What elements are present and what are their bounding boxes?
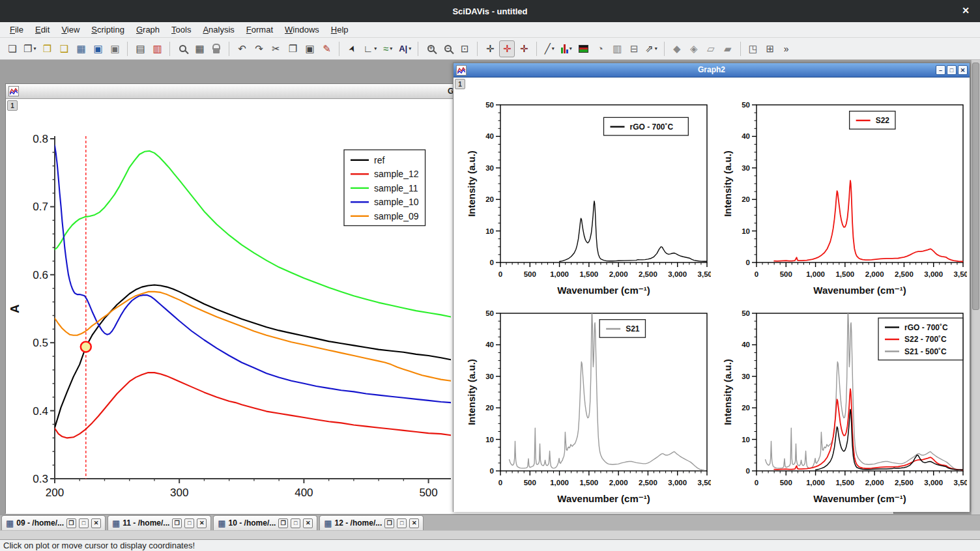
svg-text:200: 200	[46, 487, 64, 499]
svg-text:10: 10	[742, 436, 750, 444]
toolbar-zoom-out-button[interactable]: −	[440, 40, 455, 57]
raman-s22-chart[interactable]: 05001,0001,5002,0002,5003,0003,500010203…	[723, 100, 967, 299]
svg-text:20: 20	[742, 195, 750, 203]
tab-restore-button[interactable]: ❐	[278, 518, 288, 528]
menu-windows[interactable]: Windows	[279, 23, 325, 36]
tab-maximize-button[interactable]: □	[397, 518, 407, 528]
toolbar-copy-button[interactable]: ❐	[285, 40, 300, 57]
graph2-layer-button[interactable]: 1	[455, 79, 465, 89]
menu-help[interactable]: Help	[325, 23, 354, 36]
toolbar-trajectory-3d-button[interactable]: ▰	[720, 40, 736, 57]
minimized-table-tab-1[interactable]: ▦09 - /home/...❐□✕	[1, 515, 106, 530]
toolbar-scatter-3d-button[interactable]: ▱	[703, 40, 719, 57]
toolbar-plot-bars-button[interactable]: ▾	[558, 40, 574, 57]
toolbar-lock-toolbars-button[interactable]	[209, 40, 224, 57]
toolbar-paste-button[interactable]: ▣	[302, 40, 317, 57]
toolbar-add-text-button[interactable]: A|▾	[397, 40, 413, 57]
tab-restore-button[interactable]: ❐	[66, 518, 76, 528]
tab-close-button[interactable]: ✕	[303, 518, 313, 528]
toolbar-overflow-icon[interactable]: »	[784, 44, 789, 54]
svg-text:Wavenumber (cm⁻¹): Wavenumber (cm⁻¹)	[813, 493, 906, 504]
tab-restore-button[interactable]: ❐	[172, 518, 182, 528]
menu-graph[interactable]: Graph	[130, 23, 166, 36]
toolbar-add-column-button[interactable]: ⊞	[762, 40, 778, 57]
graph1-layer-button[interactable]: 1	[7, 100, 18, 111]
menu-scripting[interactable]: Scripting	[85, 23, 130, 36]
toolbar-rescale-to-show-all-button[interactable]: ⊡	[457, 40, 472, 57]
toolbar-new-project-button[interactable]: ❏	[5, 40, 20, 57]
toolbar-screen-reader-button[interactable]: ✛	[516, 40, 532, 57]
tab-restore-button[interactable]: ❐	[384, 518, 394, 528]
minimized-table-tab-2[interactable]: ▦11 - /home/...❐□✕	[108, 515, 211, 530]
toolbar-plot-box-button[interactable]: ⊟	[626, 40, 642, 57]
toolbar-plot-curves-button[interactable]: ≈▾	[380, 40, 396, 57]
save-as-icon: ▣	[110, 44, 119, 53]
toolbar-save-as-button[interactable]: ▣	[107, 40, 122, 57]
toolbar-plot-vectors-button[interactable]: ⇗▾	[643, 40, 659, 57]
raman-rgo-chart[interactable]: 05001,0001,5002,0002,5003,0003,500010203…	[467, 100, 711, 299]
menu-tools[interactable]: Tools	[166, 23, 197, 36]
svg-text:30: 30	[742, 373, 750, 380]
toolbar-surface-3d-button[interactable]: ◆	[669, 40, 685, 57]
toolbar-undo-button[interactable]: ↶	[234, 40, 250, 57]
toolbar-print-button[interactable]: ▤	[132, 40, 148, 57]
svg-text:2,500: 2,500	[639, 270, 657, 278]
draw-line-icon: ╱	[545, 44, 551, 53]
main-titlebar[interactable]: SciDAVis - untitled ✕	[0, 0, 980, 22]
toolbar-clear-button[interactable]: ✎	[319, 40, 334, 57]
svg-text:1,000: 1,000	[806, 479, 825, 487]
tab-close-button[interactable]: ✕	[91, 518, 101, 528]
uvvis-chart[interactable]: 2003004005000.30.40.50.60.70.8Arefsample…	[6, 99, 452, 514]
dropdown-arrow-icon: ▾	[390, 46, 392, 51]
redo-icon: ↷	[255, 44, 263, 53]
toolbar-new-window-button[interactable]: ❐▾	[22, 40, 38, 57]
toolbar-save-project-button[interactable]: ▣	[90, 40, 106, 57]
close-icon[interactable]: ✕	[962, 5, 970, 16]
toolbar-select-data-range-button[interactable]: ◳	[745, 40, 761, 57]
toolbar-import-ascii-button[interactable]: ▦	[73, 40, 89, 57]
svg-text:3,000: 3,000	[924, 479, 943, 487]
menu-view[interactable]: View	[55, 23, 85, 36]
raman-s21-chart[interactable]: 05001,0001,5002,0002,5003,0003,500010203…	[467, 308, 711, 507]
svg-text:Wavenumber (cm⁻¹): Wavenumber (cm⁻¹)	[557, 493, 650, 504]
raman-overlay-chart[interactable]: 05001,0001,5002,0002,5003,0003,500010203…	[723, 308, 967, 507]
toolbar-plot-3d-bars-button[interactable]: ▥	[609, 40, 625, 57]
svg-text:0: 0	[498, 270, 502, 278]
graph2-titlebar[interactable]: Graph2 –□✕	[454, 63, 970, 78]
toolbar-draw-line-button[interactable]: ╱▾	[541, 40, 557, 57]
vscrollbar-handle[interactable]	[972, 63, 979, 310]
svg-text:30: 30	[485, 164, 494, 172]
graph2-maximize-button[interactable]: □	[947, 65, 957, 75]
workspace-vscrollbar[interactable]	[971, 60, 980, 515]
toolbar-print-preview-button[interactable]	[175, 40, 190, 57]
toolbar-pointer-button[interactable]: ➤	[344, 40, 360, 57]
tab-close-button[interactable]: ✕	[197, 518, 207, 528]
toolbar-bars-3d-button[interactable]: ◈	[686, 40, 702, 57]
toolbar-cursor-tool-button[interactable]: ✛	[482, 40, 498, 57]
menu-edit[interactable]: Edit	[29, 23, 55, 36]
toolbar-open-project-button[interactable]: ❒	[39, 40, 55, 57]
tab-close-button[interactable]: ✕	[409, 518, 419, 528]
toolbar-export-pdf-button[interactable]: ▥	[149, 40, 165, 57]
tab-maximize-button[interactable]: □	[79, 518, 89, 528]
menu-format[interactable]: Format	[240, 23, 279, 36]
minimized-table-tab-3[interactable]: ▦10 - /home/...❐□✕	[213, 515, 317, 530]
toolbar-redo-button[interactable]: ↷	[251, 40, 267, 57]
graph2-close-button[interactable]: ✕	[958, 65, 968, 75]
toolbar-import-image-button[interactable]: ❑	[56, 40, 72, 57]
graph2-minimize-button[interactable]: –	[936, 65, 945, 75]
toolbar-plot-area-button[interactable]	[575, 40, 591, 57]
plot-area-icon	[579, 45, 588, 53]
tab-maximize-button[interactable]: □	[291, 518, 300, 528]
toolbar-new-graph-button[interactable]: ∟▾	[361, 40, 379, 57]
toolbar-zoom-in-button[interactable]: +	[423, 40, 439, 57]
toolbar-data-reader-button[interactable]: ✛	[499, 40, 515, 57]
tab-maximize-button[interactable]: □	[184, 518, 194, 528]
toolbar-show-table-button[interactable]: ▦	[192, 40, 207, 57]
menu-analysis[interactable]: Analysis	[197, 23, 240, 36]
toolbar-cut-button[interactable]: ✂	[268, 40, 283, 57]
menu-file[interactable]: File	[4, 23, 29, 36]
minimized-table-tab-4[interactable]: ▦12 - /home/...❐□✕	[319, 515, 424, 530]
svg-text:1,500: 1,500	[835, 479, 854, 487]
toolbar-plot-pie-button[interactable]: ◔	[592, 40, 608, 57]
